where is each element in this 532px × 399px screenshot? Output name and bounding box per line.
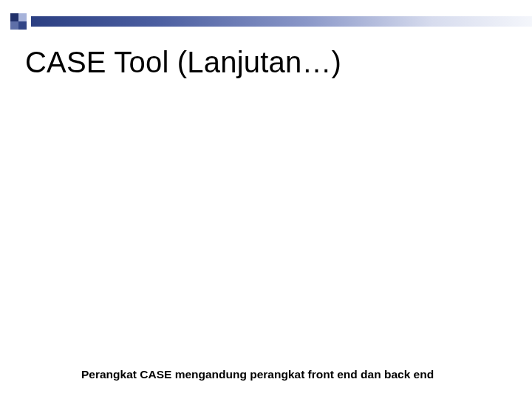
slide-title: CASE Tool (Lanjutan…) [25,46,341,79]
slide-body-text: Perangkat CASE mengandung perangkat fron… [81,368,434,381]
slide: CASE Tool (Lanjutan…) Perangkat CASE men… [0,0,532,399]
accent-squares-icon [10,13,27,30]
slide-top-accent [0,13,532,30]
accent-gradient-bar [31,16,532,27]
